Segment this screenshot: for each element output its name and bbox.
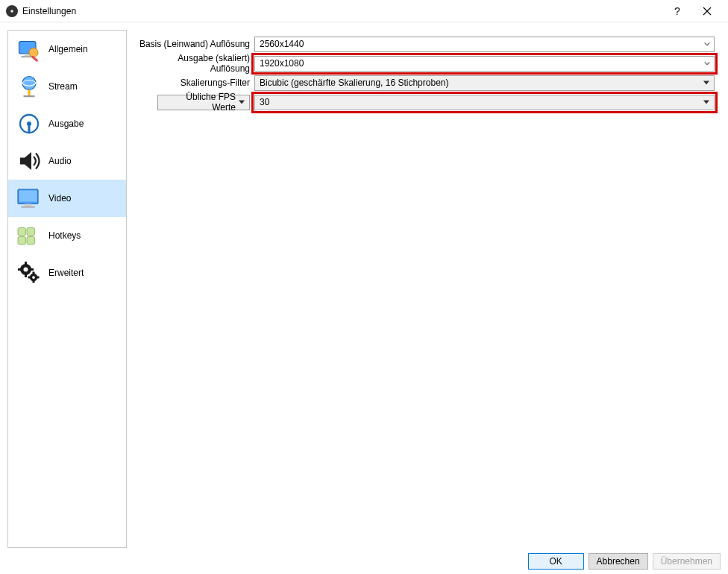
svg-point-33	[32, 276, 35, 279]
content-area: Allgemein Stream	[0, 22, 728, 544]
svg-rect-20	[18, 237, 26, 245]
svg-rect-25	[18, 268, 22, 271]
row-output-resolution: Ausgabe (skaliert) Auflösung 1920x1080	[139, 55, 715, 72]
apply-button-label: Übernehmen	[661, 556, 712, 567]
svg-rect-9	[28, 90, 31, 96]
sidebar-item-label: Ausgabe	[48, 119, 84, 129]
hotkeys-icon	[13, 219, 46, 252]
svg-rect-24	[25, 274, 27, 278]
sidebar-item-hotkeys[interactable]: Hotkeys	[8, 217, 126, 254]
sidebar-item-output[interactable]: Ausgabe	[8, 105, 126, 142]
svg-rect-19	[27, 228, 35, 236]
sidebar-item-label: Audio	[48, 156, 72, 166]
svg-point-5	[29, 48, 38, 57]
base-resolution-label: Basis (Leinwand) Auflösung	[139, 39, 254, 49]
svg-point-27	[24, 268, 28, 272]
svg-rect-17	[22, 206, 35, 208]
svg-rect-29	[33, 272, 35, 274]
help-button[interactable]: ?	[662, 0, 692, 22]
fps-value-dropdown[interactable]: 30	[254, 95, 715, 110]
output-resolution-label: Ausgabe (skaliert) Auflösung	[139, 53, 254, 74]
scale-filter-value: Bicubic (geschärfte Skalierung, 16 Stich…	[260, 78, 448, 88]
chevron-down-icon	[703, 60, 711, 67]
obs-app-icon	[6, 5, 18, 17]
sidebar-item-video[interactable]: Video	[8, 180, 126, 217]
fps-mode-value: Übliche FPS Werte	[163, 92, 236, 113]
sidebar-item-label: Erweitert	[48, 268, 84, 278]
cancel-button-label: Abbrechen	[597, 556, 640, 567]
svg-rect-26	[31, 268, 34, 271]
svg-rect-13	[28, 124, 31, 133]
output-icon	[13, 107, 46, 140]
output-resolution-combobox[interactable]: 1920x1080	[254, 56, 715, 72]
fps-mode-dropdown[interactable]: Übliche FPS Werte	[157, 95, 250, 110]
dropdown-caret-icon	[703, 81, 709, 85]
chevron-down-icon	[703, 40, 711, 48]
apply-button[interactable]: Übernehmen	[653, 553, 721, 570]
row-base-resolution: Basis (Leinwand) Auflösung 2560x1440	[139, 36, 715, 52]
ok-button-label: OK	[549, 556, 562, 567]
dialog-button-bar: OK Abbrechen Übernehmen	[528, 553, 721, 570]
video-icon	[13, 182, 46, 215]
sidebar-item-label: Video	[48, 193, 71, 204]
dropdown-caret-icon	[239, 101, 245, 104]
fps-value: 30	[260, 97, 269, 107]
general-icon	[13, 33, 46, 66]
svg-rect-23	[25, 262, 27, 265]
settings-sidebar: Allgemein Stream	[7, 30, 127, 548]
dropdown-caret-icon	[703, 101, 709, 104]
output-resolution-value: 1920x1080	[260, 58, 304, 69]
row-fps: Übliche FPS Werte 30	[139, 94, 715, 110]
titlebar: Einstellungen ?	[0, 0, 728, 22]
row-scale-filter: Skalierungs-Filter Bicubic (geschärfte S…	[139, 75, 715, 91]
base-resolution-value: 2560x1440	[260, 39, 304, 49]
svg-rect-21	[27, 237, 35, 245]
scale-filter-dropdown[interactable]: Bicubic (geschärfte Skalierung, 16 Stich…	[254, 75, 715, 91]
close-button[interactable]	[692, 0, 722, 22]
svg-rect-10	[24, 95, 35, 97]
audio-icon	[13, 145, 46, 177]
sidebar-item-label: Stream	[48, 81, 78, 92]
svg-rect-18	[18, 228, 26, 236]
sidebar-item-stream[interactable]: Stream	[8, 68, 126, 105]
svg-rect-32	[37, 277, 40, 279]
svg-point-7	[22, 77, 36, 90]
ok-button[interactable]: OK	[528, 553, 584, 570]
advanced-icon	[13, 256, 46, 289]
svg-point-1	[10, 10, 13, 12]
sidebar-item-label: Hotkeys	[48, 230, 81, 241]
scale-filter-label: Skalierungs-Filter	[139, 78, 254, 88]
video-settings-form: Basis (Leinwand) Auflösung 2560x1440 Aus…	[127, 30, 721, 544]
sidebar-item-label: Allgemein	[48, 44, 88, 54]
svg-rect-15	[19, 191, 37, 202]
svg-rect-16	[25, 204, 31, 206]
svg-rect-31	[28, 277, 31, 279]
sidebar-item-advanced[interactable]: Erweitert	[8, 254, 126, 291]
stream-icon	[13, 70, 46, 103]
base-resolution-combobox[interactable]: 2560x1440	[254, 37, 715, 52]
window-title: Einstellungen	[22, 6, 76, 16]
svg-rect-30	[33, 281, 35, 283]
sidebar-item-general[interactable]: Allgemein	[8, 31, 126, 68]
sidebar-item-audio[interactable]: Audio	[8, 142, 126, 180]
cancel-button[interactable]: Abbrechen	[589, 553, 648, 570]
